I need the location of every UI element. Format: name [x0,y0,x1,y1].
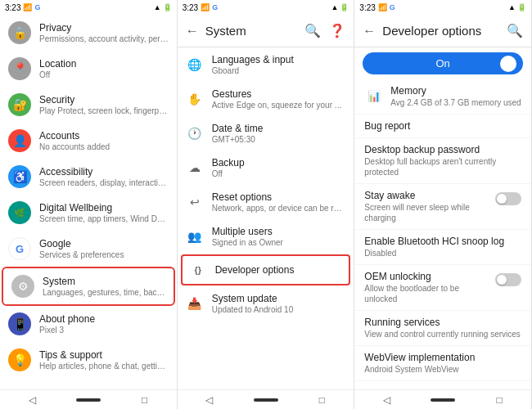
recents-button-2[interactable]: □ [314,393,329,407]
security-subtitle: Play Protect, screen lock, fingerprint [39,106,169,115]
dev-options-header: ← Developer options 🔍 [354,15,531,47]
search-icon-system[interactable]: 🔍 [303,21,322,40]
developer-on-toggle[interactable]: On [363,52,523,74]
back-button-3[interactable]: ◁ [379,393,394,407]
sim-icon-2: 📶 [201,3,210,11]
oem-unlocking-subtitle: Allow the bootloader to be unlocked [364,283,489,304]
system-update-subtitle: Updated to Android 10 [212,305,346,314]
oem-unlocking-knob [497,275,507,285]
system-item-developer-options[interactable]: {} Developer options [181,254,351,285]
privacy-subtitle: Permissions, account activity, personal … [39,34,169,43]
oem-unlocking-toggle[interactable] [495,273,521,286]
gestures-subtitle: Active Edge on, squeeze for your Assista… [212,101,346,110]
settings-item-location[interactable]: 📍 Location Off [0,51,177,87]
time-1: 3:23 [5,3,20,12]
panel-main-settings: 3:23 📶 G ▲ 🔋 🔒 Privacy Permissions, acco… [0,0,178,409]
system-title: System [43,276,165,287]
system-update-icon: 📥 [186,294,204,312]
developer-options-title: Developer options [215,264,343,276]
google-icon: G [8,237,31,260]
accessibility-subtitle: Screen readers, display, interaction con… [39,178,169,187]
recents-button-1[interactable]: □ [138,393,152,407]
webview-title: WebView implementation [364,352,521,363]
dev-item-oem-unlocking[interactable]: OEM unlocking Allow the bootloader to be… [354,265,531,311]
memory-subtitle: Avg 2.4 GB of 3.7 GB memory used [390,97,521,108]
home-pill-2[interactable] [254,398,278,402]
home-pill-3[interactable] [431,398,455,402]
back-arrow-dev[interactable]: ← [361,22,377,40]
webview-subtitle: Android System WebView [364,364,521,375]
back-button-2[interactable]: ◁ [202,393,217,407]
settings-item-accessibility[interactable]: ♿ Accessibility Screen readers, display,… [0,159,177,195]
backup-subtitle: Off [212,169,346,178]
stay-awake-title: Stay awake [364,190,489,201]
wifi-icon-3: ▲ [508,3,516,11]
wifi-icon-2: ▲ [331,3,338,11]
settings-item-about-phone[interactable]: 📱 About phone Pixel 3 [0,306,177,342]
back-arrow-system[interactable]: ← [184,22,201,40]
backup-icon: ☁ [186,159,204,177]
status-bar-3: 3:23 📶 G ▲ 🔋 [354,0,531,15]
system-item-datetime[interactable]: 🕐 Date & time GMT+05:30 [178,116,354,151]
stay-awake-subtitle: Screen will never sleep while charging [364,202,489,223]
dev-item-bug-report[interactable]: Bug report [354,115,531,138]
stay-awake-knob [497,194,507,204]
main-settings-list: 🔒 Privacy Permissions, account activity,… [0,15,177,389]
system-item-reset[interactable]: ↩ Reset options Network, apps, or device… [178,185,354,219]
home-pill-1[interactable] [76,398,101,402]
help-icon-system[interactable]: ❓ [327,21,347,40]
settings-item-accounts[interactable]: 👤 Accounts No accounts added [0,123,177,159]
system-item-multiple-users[interactable]: 👥 Multiple users Signed in as Owner [178,219,354,254]
settings-item-google[interactable]: G Google Services & preferences [0,231,177,267]
settings-item-tips[interactable]: 💡 Tips & support Help articles, phone & … [0,342,177,378]
dev-item-running-services[interactable]: Running services View and control curren… [354,311,531,346]
settings-item-security[interactable]: 🔐 Security Play Protect, screen lock, fi… [0,87,177,123]
privacy-icon: 🔒 [8,21,31,44]
back-button-1[interactable]: ◁ [25,393,39,407]
bluetooth-hci-title: Enable Bluetooth HCI snoop log [364,236,521,247]
multiple-users-icon: 👥 [186,227,204,245]
g-icon-3: G [390,3,395,11]
backup-title: Backup [212,157,346,169]
settings-item-system[interactable]: ⚙ System Languages, gestures, time, back… [2,267,175,306]
dev-options-list: 📊 Memory Avg 2.4 GB of 3.7 GB memory use… [354,79,531,389]
running-services-title: Running services [364,317,521,328]
status-bar-1: 3:23 📶 G ▲ 🔋 [0,0,177,15]
tips-title: Tips & support [39,349,169,361]
system-item-languages[interactable]: 🌐 Languages & input Gboard [178,47,354,82]
system-icon: ⚙ [11,275,34,298]
search-icon-dev[interactable]: 🔍 [505,21,525,40]
system-item-update[interactable]: 📥 System update Updated to Android 10 [178,286,354,321]
stay-awake-toggle[interactable] [495,192,521,205]
gestures-title: Gestures [212,88,346,100]
multiple-users-subtitle: Signed in as Owner [212,238,346,247]
time-3: 3:23 [359,3,375,12]
panel-system: 3:23 📶 G ▲ 🔋 ← System 🔍 ❓ 🌐 Languages & … [178,0,355,409]
toggle-circle [500,56,516,72]
about-phone-icon: 📱 [8,312,31,335]
dev-item-stay-awake[interactable]: Stay awake Screen will never sleep while… [354,184,531,230]
dev-item-memory[interactable]: 📊 Memory Avg 2.4 GB of 3.7 GB memory use… [354,79,531,115]
security-title: Security [39,94,169,106]
battery-icon-1: 🔋 [163,3,172,11]
privacy-title: Privacy [39,22,169,34]
multiple-users-title: Multiple users [212,226,346,237]
languages-icon: 🌐 [186,56,204,74]
settings-item-privacy[interactable]: 🔒 Privacy Permissions, account activity,… [0,15,177,51]
digital-wellbeing-icon: 🌿 [8,201,31,224]
dev-item-bluetooth-hci[interactable]: Enable Bluetooth HCI snoop log Disabled [354,230,531,265]
accounts-icon: 👤 [8,129,31,152]
running-services-subtitle: View and control currently running servi… [364,329,521,339]
memory-icon: 📊 [364,86,384,106]
settings-item-digital-wellbeing[interactable]: 🌿 Digital Wellbeing Screen time, app tim… [0,195,177,231]
about-phone-title: About phone [39,313,169,325]
accessibility-title: Accessibility [39,166,169,178]
location-subtitle: Off [39,70,169,79]
recents-button-3[interactable]: □ [492,393,507,407]
dev-item-desktop-backup[interactable]: Desktop backup password Desktop full bac… [354,138,531,184]
security-icon: 🔐 [8,93,31,116]
dev-item-webview[interactable]: WebView implementation Android System We… [354,346,531,381]
system-item-gestures[interactable]: ✋ Gestures Active Edge on, squeeze for y… [178,82,354,116]
system-item-backup[interactable]: ☁ Backup Off [178,151,354,185]
datetime-icon: 🕐 [186,124,204,142]
